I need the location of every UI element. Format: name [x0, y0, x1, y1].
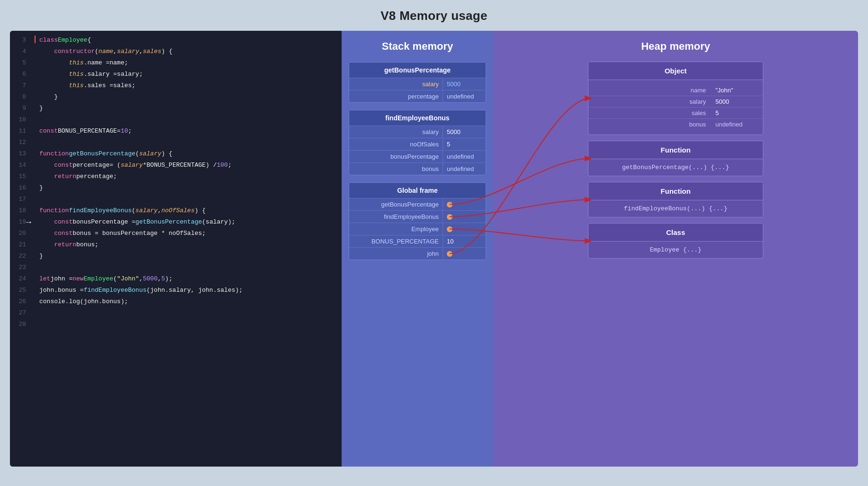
- line-numbers: 3456789101112131415161718192021222324252…: [10, 31, 30, 467]
- heap-row-val: "John": [711, 87, 763, 94]
- heap-row: name"John": [588, 85, 763, 96]
- stack-frame-title: findEmployeeBonus: [349, 110, 486, 126]
- stack-row-val: 5000: [443, 126, 486, 138]
- stack-row-val: 5: [443, 138, 486, 150]
- stack-frame-row: Employee: [349, 223, 486, 235]
- stack-dot-icon: [447, 202, 452, 207]
- code-line: let john = new Employee("John", 5000, 5)…: [35, 273, 342, 285]
- code-line: this.sales = sales;: [35, 80, 342, 91]
- code-line: }: [35, 103, 342, 114]
- heap-card-title: Object: [588, 62, 763, 80]
- code-line: class Employee {: [35, 35, 342, 46]
- stack-frame-2: Global framegetBonusPercentagefindEmploy…: [349, 182, 486, 260]
- stack-row-val: undefined: [443, 151, 486, 162]
- code-line: [35, 319, 342, 330]
- heap-card-text: getBonusPercentage(...) {...}: [588, 159, 763, 176]
- code-line: → const bonusPercentage = getBonusPercen…: [35, 216, 342, 228]
- heap-card-title: Function: [588, 141, 763, 159]
- stack-row-key: Employee: [349, 223, 443, 235]
- stack-title: Stack memory: [382, 40, 453, 53]
- stack-frame-row: noOfSales5: [349, 138, 486, 151]
- stack-dot-icon: [447, 214, 452, 220]
- stack-row-key: BONUS_PERCENTAGE: [349, 235, 443, 247]
- code-content: class Employee { constructor(name, salar…: [35, 31, 342, 467]
- panels-right: Stack memory getBonusPercentagesalary500…: [342, 31, 858, 467]
- code-line: const percentage = (salary * BONUS_PERCE…: [35, 160, 342, 171]
- code-line: }: [35, 91, 342, 103]
- stack-frame-row: bonusundefined: [349, 163, 486, 175]
- code-line: [35, 114, 342, 126]
- stack-row-val: [443, 223, 486, 235]
- heap-row-val: undefined: [711, 121, 763, 128]
- code-line: return percentage;: [35, 171, 342, 182]
- heap-row-key: bonus: [588, 121, 711, 128]
- code-panel: 3456789101112131415161718192021222324252…: [10, 31, 342, 467]
- main-container: 3456789101112131415161718192021222324252…: [10, 31, 858, 467]
- stack-row-key: noOfSales: [349, 138, 443, 150]
- code-line: [35, 137, 342, 148]
- heap-card-text: Employee {...}: [588, 242, 763, 258]
- code-line: function findEmployeeBonus(salary, noOfS…: [35, 205, 342, 216]
- code-line: return bonus;: [35, 239, 342, 251]
- stack-frame-title: getBonusPercentage: [349, 63, 486, 78]
- code-line: [35, 194, 342, 205]
- code-line: john.bonus = findEmployeeBonus(john.sala…: [35, 285, 342, 296]
- heap-row-key: name: [588, 87, 711, 94]
- heap-card-2: FunctionfindEmployeeBonus(...) {...}: [588, 182, 763, 217]
- stack-dot-icon: [447, 226, 452, 232]
- stack-row-val: undefined: [443, 90, 486, 102]
- stack-row-key: salary: [349, 78, 443, 90]
- heap-panel: Heap memory Objectname"John"salary5000sa…: [493, 31, 858, 467]
- stack-row-val: [443, 198, 486, 210]
- stack-frame-row: findEmployeeBonus: [349, 211, 486, 223]
- stack-frame-0: getBonusPercentagesalary5000percentageun…: [349, 62, 486, 103]
- heap-row-val: 5000: [711, 98, 763, 105]
- stack-frame-row: getBonusPercentage: [349, 198, 486, 211]
- stack-panel: Stack memory getBonusPercentagesalary500…: [342, 31, 493, 467]
- stack-dot-icon: [447, 251, 452, 257]
- code-line: }: [35, 182, 342, 194]
- code-line: const BONUS_PERCENTAGE = 10;: [35, 126, 342, 137]
- code-line: function getBonusPercentage(salary) {: [35, 148, 342, 160]
- stack-row-key: bonusPercentage: [349, 151, 443, 162]
- stack-row-key: bonus: [349, 163, 443, 175]
- code-line: constructor(name, salary, sales) {: [35, 46, 342, 57]
- heap-row-val: 5: [711, 109, 763, 117]
- heap-card-title: Function: [588, 182, 763, 200]
- stack-row-key: findEmployeeBonus: [349, 211, 443, 223]
- code-line: this.salary = salary;: [35, 69, 342, 80]
- stack-row-val: 10: [443, 235, 486, 247]
- stack-frame-row: bonusPercentageundefined: [349, 151, 486, 163]
- heap-card-3: ClassEmployee {...}: [588, 223, 763, 259]
- heap-row-key: salary: [588, 98, 711, 105]
- stack-row-key: percentage: [349, 90, 443, 102]
- code-line: this.name = name;: [35, 57, 342, 69]
- stack-row-val: [443, 248, 486, 260]
- heap-card-text: findEmployeeBonus(...) {...}: [588, 200, 763, 217]
- page-title: V8 Memory usage: [380, 9, 488, 23]
- stack-row-key: john: [349, 248, 443, 260]
- stack-row-val: undefined: [443, 163, 486, 175]
- stack-frame-row: salary5000: [349, 78, 486, 90]
- code-line: [35, 307, 342, 319]
- stack-frame-title: Global frame: [349, 183, 486, 198]
- code-line: console.log(john.bonus);: [35, 296, 342, 307]
- heap-row: salary5000: [588, 96, 763, 108]
- heap-card-1: FunctiongetBonusPercentage(...) {...}: [588, 141, 763, 176]
- heap-card-title: Class: [588, 224, 763, 242]
- stack-row-val: 5000: [443, 78, 486, 90]
- code-line: const bonus = bonusPercentage * noOfSale…: [35, 228, 342, 239]
- stack-row-val: [443, 211, 486, 223]
- heap-row: bonusundefined: [588, 119, 763, 130]
- heap-card-0: Objectname"John"salary5000sales5bonusund…: [588, 62, 763, 135]
- heap-row-key: sales: [588, 109, 711, 117]
- stack-frame-1: findEmployeeBonussalary5000noOfSales5bon…: [349, 110, 486, 175]
- heap-title: Heap memory: [641, 40, 710, 53]
- heap-row: sales5: [588, 108, 763, 119]
- stack-frame-row: percentageundefined: [349, 90, 486, 102]
- stack-row-key: getBonusPercentage: [349, 198, 443, 210]
- stack-frame-row: salary5000: [349, 126, 486, 138]
- stack-frame-row: BONUS_PERCENTAGE10: [349, 235, 486, 248]
- code-line: }: [35, 251, 342, 262]
- stack-frame-row: john: [349, 248, 486, 260]
